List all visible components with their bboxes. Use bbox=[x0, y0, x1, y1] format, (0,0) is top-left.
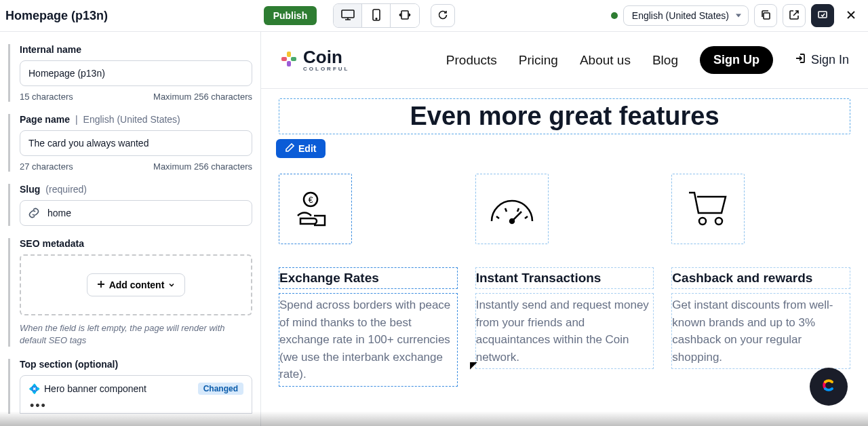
copy-icon bbox=[760, 9, 771, 22]
site-header: Coin COLORFUL Products Pricing About us … bbox=[261, 32, 868, 89]
site-logo[interactable]: Coin COLORFUL bbox=[280, 48, 349, 72]
copy-button[interactable] bbox=[754, 4, 777, 27]
svg-rect-3 bbox=[401, 11, 408, 19]
svg-point-2 bbox=[376, 18, 377, 19]
svg-rect-4 bbox=[764, 13, 770, 19]
chevron-down-icon bbox=[168, 279, 175, 290]
features-row: € Exchange Rates Spend across borders wi… bbox=[279, 174, 850, 387]
page-name-max: Maximum 256 characters bbox=[153, 161, 252, 172]
signin-icon bbox=[795, 52, 807, 68]
svg-point-14 bbox=[715, 218, 722, 225]
site-nav: Products Pricing About us Blog Sign Up S… bbox=[446, 46, 849, 74]
preview-canvas[interactable]: Even more great features Edit € Exchange… bbox=[261, 89, 868, 396]
svg-rect-9 bbox=[291, 57, 296, 61]
device-responsive-button[interactable] bbox=[391, 4, 419, 27]
top-section-label: Top section (optional) bbox=[20, 359, 252, 370]
page-name-locale-prefix: | bbox=[75, 114, 78, 125]
svg-point-13 bbox=[699, 218, 706, 225]
svg-text:€: € bbox=[309, 195, 313, 205]
live-preview-button[interactable] bbox=[811, 4, 834, 27]
feature-title-exchange[interactable]: Exchange Rates bbox=[279, 267, 458, 289]
signin-label: Sign In bbox=[811, 53, 849, 67]
slug-input[interactable] bbox=[20, 200, 252, 226]
signup-button[interactable]: Sign Up bbox=[700, 46, 773, 74]
feature-desc-instant[interactable]: Instantly send and request money from yo… bbox=[475, 293, 654, 369]
internal-name-label: Internal name bbox=[20, 44, 252, 55]
plus-icon bbox=[97, 279, 105, 290]
svg-rect-7 bbox=[287, 61, 291, 66]
top-section-component-card[interactable]: 💠 Hero banner component Changed ••• bbox=[20, 375, 252, 414]
logo-text: Coin bbox=[303, 48, 349, 66]
feature-icon-cashback[interactable] bbox=[671, 174, 745, 244]
component-name: Hero banner component bbox=[44, 383, 146, 394]
desktop-icon bbox=[341, 9, 355, 22]
svg-rect-0 bbox=[342, 10, 354, 18]
internal-name-count: 15 characters bbox=[20, 92, 73, 102]
feature-exchange[interactable]: € Exchange Rates Spend across borders wi… bbox=[279, 174, 458, 387]
feature-title-cashback[interactable]: Cashback and rewards bbox=[671, 267, 850, 289]
internal-name-input[interactable] bbox=[20, 60, 252, 86]
contentful-logo-icon bbox=[818, 375, 839, 398]
topbar-right-cluster: English (United States) bbox=[611, 4, 863, 27]
page-name-count: 27 characters bbox=[20, 161, 73, 172]
signin-link[interactable]: Sign In bbox=[795, 52, 849, 68]
page-name-locale: English (United States) bbox=[83, 114, 180, 125]
feature-instant[interactable]: Instant Transactions Instantly send and … bbox=[475, 174, 654, 387]
internal-name-max: Maximum 256 characters bbox=[153, 92, 252, 102]
live-preview-icon bbox=[817, 9, 828, 22]
seo-metadata-dropzone[interactable]: Add content bbox=[20, 254, 252, 315]
nav-pricing[interactable]: Pricing bbox=[519, 53, 558, 68]
nav-products[interactable]: Products bbox=[446, 53, 497, 68]
feature-icon-instant[interactable] bbox=[475, 174, 549, 244]
status-dot-icon bbox=[611, 12, 618, 19]
add-content-label: Add content bbox=[109, 279, 165, 290]
external-link-icon bbox=[789, 9, 800, 22]
nav-about[interactable]: About us bbox=[580, 53, 631, 68]
features-heading-block[interactable]: Even more great features bbox=[279, 98, 850, 134]
logo-mark-icon bbox=[280, 50, 298, 71]
seo-label: SEO metadata bbox=[20, 238, 252, 249]
feature-desc-exchange[interactable]: Spend across borders with peace of mind … bbox=[279, 293, 458, 387]
status-badge: Changed bbox=[198, 383, 243, 395]
mobile-icon bbox=[372, 9, 380, 23]
feature-icon-exchange[interactable]: € bbox=[279, 174, 352, 244]
svg-rect-6 bbox=[287, 52, 291, 57]
hand-coin-icon: € bbox=[294, 186, 337, 232]
page-name-label: Page name bbox=[20, 114, 70, 125]
more-menu-icon[interactable]: ••• bbox=[28, 399, 243, 413]
publish-button[interactable]: Publish bbox=[264, 6, 317, 25]
locale-label: English (United States) bbox=[632, 10, 729, 21]
help-fab[interactable] bbox=[810, 368, 848, 406]
logo-subtext: COLORFUL bbox=[303, 66, 349, 72]
mouse-cursor-icon: ◤ bbox=[470, 360, 477, 370]
device-desktop-button[interactable] bbox=[334, 4, 362, 27]
editor-sidebar: Internal name 15 characters Maximum 256 … bbox=[0, 32, 261, 426]
edit-block-button[interactable]: Edit bbox=[276, 139, 326, 158]
reload-icon bbox=[437, 9, 448, 22]
close-icon bbox=[846, 10, 856, 22]
field-slug: Slug (required) bbox=[8, 184, 252, 226]
field-internal-name: Internal name 15 characters Maximum 256 … bbox=[8, 44, 252, 102]
feature-cashback[interactable]: Cashback and rewards Get instant discoun… bbox=[671, 174, 850, 387]
device-preview-group bbox=[333, 3, 420, 28]
slug-required: (required) bbox=[45, 184, 87, 195]
pencil-icon bbox=[285, 143, 294, 154]
device-mobile-button[interactable] bbox=[362, 4, 391, 27]
preview-pane: Coin COLORFUL Products Pricing About us … bbox=[261, 32, 868, 426]
page-name-input[interactable] bbox=[20, 130, 252, 156]
speedometer-icon bbox=[488, 191, 536, 227]
reload-button[interactable] bbox=[431, 4, 455, 27]
slug-label: Slug bbox=[20, 184, 40, 195]
close-button[interactable] bbox=[840, 4, 863, 27]
nav-blog[interactable]: Blog bbox=[652, 53, 678, 68]
feature-desc-cashback[interactable]: Get instant discounts from well-known br… bbox=[671, 293, 850, 369]
field-page-name: Page name | English (United States) 27 c… bbox=[8, 114, 252, 172]
svg-point-12 bbox=[510, 219, 514, 223]
page-title: Homepage (p13n) bbox=[5, 9, 108, 23]
add-content-button[interactable]: Add content bbox=[87, 273, 186, 296]
locale-selector[interactable]: English (United States) bbox=[623, 5, 749, 26]
feature-title-instant[interactable]: Instant Transactions bbox=[475, 267, 654, 289]
resize-icon bbox=[398, 9, 412, 22]
open-external-button[interactable] bbox=[783, 4, 806, 27]
svg-rect-8 bbox=[281, 57, 287, 61]
